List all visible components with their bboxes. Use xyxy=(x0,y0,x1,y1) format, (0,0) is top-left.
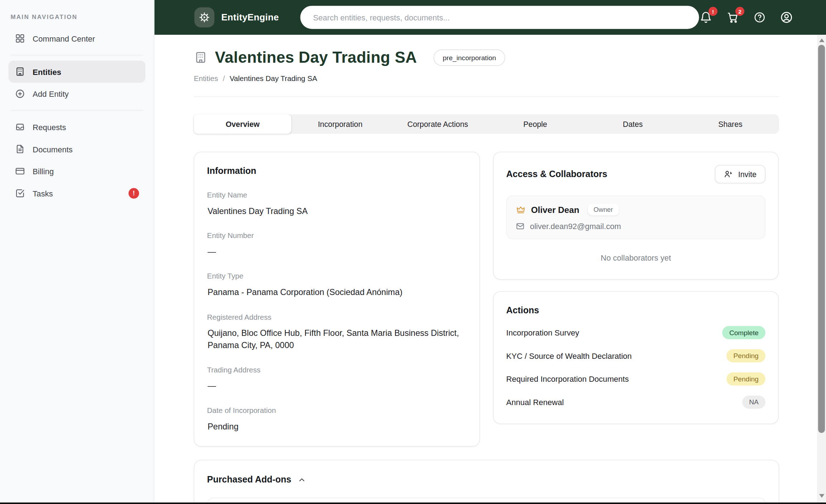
action-row-kyc: KYC / Source of Wealth Declaration Pendi… xyxy=(506,349,765,362)
field-value: Panama - Panama Corporation (Sociedad An… xyxy=(207,286,466,298)
sidebar-item-entities[interactable]: Entities xyxy=(9,61,146,83)
purchased-addons-card: Purchased Add-ons Annual Accounts purcha… xyxy=(194,460,779,504)
scrollbar[interactable] xyxy=(817,35,826,504)
sidebar-item-documents[interactable]: Documents xyxy=(9,138,146,160)
sidebar-item-tasks[interactable]: Tasks ! xyxy=(9,182,146,204)
sidebar: MAIN NAVIGATION Command Center Entities … xyxy=(0,0,155,504)
notifications-button[interactable]: ! xyxy=(699,10,713,24)
help-button[interactable] xyxy=(753,10,766,24)
scrollbar-up-arrow[interactable] xyxy=(819,38,824,42)
profile-button[interactable] xyxy=(780,10,793,24)
tab-corporate-actions[interactable]: Corporate Actions xyxy=(389,114,486,134)
header-actions: ! 2 xyxy=(699,10,810,24)
sidebar-divider xyxy=(10,55,143,55)
app-logo[interactable] xyxy=(194,8,214,28)
document-icon xyxy=(15,144,25,154)
field-value: Pending xyxy=(207,420,466,433)
no-collaborators-text: No collaborators yet xyxy=(506,253,765,262)
sidebar-item-billing[interactable]: Billing xyxy=(9,160,146,182)
sidebar-item-label: Tasks xyxy=(33,189,53,198)
action-row-required-documents: Required Incorporation Documents Pending xyxy=(506,372,765,386)
field-label: Entity Number xyxy=(207,231,466,240)
page-title-row: Valentines Day Trading SA pre_incorporat… xyxy=(194,48,779,66)
gear-icon xyxy=(199,11,210,23)
sidebar-item-label: Entities xyxy=(33,67,61,76)
field-label: Date of Incorporation xyxy=(207,406,466,415)
sidebar-divider xyxy=(10,110,143,110)
breadcrumb-current: Valentines Day Trading SA xyxy=(229,74,317,83)
sidebar-item-label: Command Center xyxy=(33,34,95,43)
credit-card-icon xyxy=(15,166,25,176)
field-value: Quijano, Bloc Office Hub, Fifth Floor, S… xyxy=(207,327,466,351)
purchased-addons-toggle[interactable]: Purchased Add-ons xyxy=(207,475,766,485)
cart-button[interactable]: 2 xyxy=(726,10,740,24)
breadcrumb-entities-link[interactable]: Entities xyxy=(194,74,218,83)
field-label: Entity Name xyxy=(207,191,466,199)
field-entity-name: Entity Name Valentines Day Trading SA xyxy=(207,191,466,217)
information-card: Information Entity Name Valentines Day T… xyxy=(194,152,480,447)
access-collaborators-card: Access & Collaborators Invite Oliver Dea… xyxy=(493,152,778,280)
status-badge-pending: Pending xyxy=(727,372,765,386)
action-label: Required Incorporation Documents xyxy=(506,375,629,384)
sidebar-item-requests[interactable]: Requests xyxy=(9,116,146,138)
tasks-alert-badge: ! xyxy=(129,188,139,199)
page-title: Valentines Day Trading SA xyxy=(215,48,417,66)
cart-count-badge: 2 xyxy=(735,7,744,16)
field-registered-address: Registered Address Quijano, Bloc Office … xyxy=(207,313,466,351)
breadcrumb: Entities / Valentines Day Trading SA xyxy=(194,74,779,83)
inbox-icon xyxy=(15,122,25,132)
status-badge-pending: Pending xyxy=(727,349,765,362)
action-label: Incorporation Survey xyxy=(506,328,579,337)
sidebar-item-label: Requests xyxy=(33,123,66,132)
status-badge-na: NA xyxy=(742,396,765,409)
actions-title: Actions xyxy=(506,305,765,316)
field-entity-type: Entity Type Panama - Panama Corporation … xyxy=(207,272,466,299)
tab-people[interactable]: People xyxy=(486,114,584,134)
action-label: KYC / Source of Wealth Declaration xyxy=(506,351,632,360)
help-icon xyxy=(753,11,766,24)
sidebar-nav: Command Center Entities Add Entity Reque… xyxy=(0,27,154,204)
plus-circle-icon xyxy=(15,89,25,99)
action-row-annual-renewal: Annual Renewal NA xyxy=(506,396,765,409)
breadcrumb-separator: / xyxy=(223,74,225,83)
scrollbar-down-arrow[interactable] xyxy=(819,494,824,498)
user-circle-icon xyxy=(780,10,793,24)
actions-card: Actions Incorporation Survey Complete KY… xyxy=(493,291,778,424)
field-value: — xyxy=(207,380,466,392)
action-label: Annual Renewal xyxy=(506,398,564,406)
sidebar-item-label: Billing xyxy=(33,167,54,176)
building-icon xyxy=(15,66,25,77)
tab-dates[interactable]: Dates xyxy=(584,114,682,134)
chevron-up-icon xyxy=(298,476,306,484)
owner-tile: Oliver Dean Owner oliver.dean92@gmail.co… xyxy=(506,195,765,239)
action-row-incorporation-survey: Incorporation Survey Complete xyxy=(506,326,765,339)
invite-button[interactable]: Invite xyxy=(715,165,765,183)
brand-name: EntityEngine xyxy=(221,12,279,23)
divider xyxy=(194,96,779,97)
global-search-input[interactable] xyxy=(300,6,699,29)
field-entity-number: Entity Number — xyxy=(207,231,466,258)
purchased-addons-title: Purchased Add-ons xyxy=(207,475,291,485)
sidebar-section-label: MAIN NAVIGATION xyxy=(10,14,143,20)
owner-name: Oliver Dean xyxy=(531,205,579,215)
field-label: Trading Address xyxy=(207,366,466,374)
tab-incorporation[interactable]: Incorporation xyxy=(291,114,389,134)
tab-overview[interactable]: Overview xyxy=(194,114,291,134)
tab-shares[interactable]: Shares xyxy=(682,114,779,134)
window-bottom-edge xyxy=(0,503,826,504)
information-title: Information xyxy=(207,166,466,176)
sidebar-item-add-entity[interactable]: Add Entity xyxy=(9,83,146,105)
access-title: Access & Collaborators xyxy=(506,169,607,179)
scrollbar-thumb[interactable] xyxy=(818,45,825,433)
owner-role-badge: Owner xyxy=(588,204,618,215)
status-badge-complete: Complete xyxy=(722,326,765,339)
owner-email: oliver.dean92@gmail.com xyxy=(530,222,621,231)
entity-status-badge: pre_incorporation xyxy=(434,49,505,66)
tab-bar: Overview Incorporation Corporate Actions… xyxy=(194,114,779,134)
field-value: — xyxy=(207,246,466,258)
check-square-icon xyxy=(15,188,25,199)
invite-label: Invite xyxy=(738,170,756,179)
mail-icon xyxy=(516,222,525,231)
crown-icon xyxy=(516,205,526,215)
sidebar-item-command-center[interactable]: Command Center xyxy=(9,27,146,49)
